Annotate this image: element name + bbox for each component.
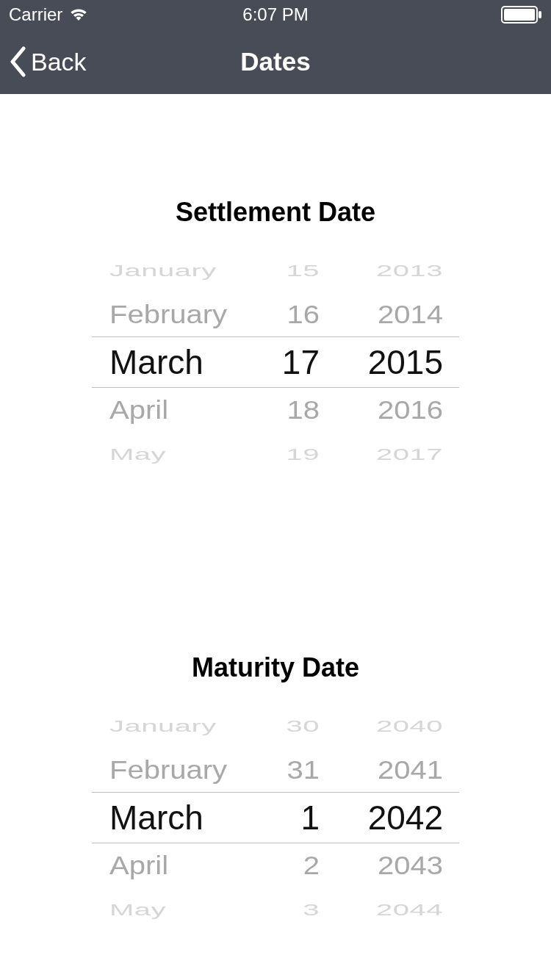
maturity-date-title: Maturity Date — [0, 652, 551, 683]
picker-day[interactable]: 19 — [253, 445, 334, 464]
picker-year-selected[interactable]: 2015 — [334, 342, 459, 382]
svg-rect-1 — [504, 9, 535, 21]
chevron-left-icon — [9, 46, 26, 77]
content: Settlement Date January 15 2013 February… — [0, 94, 551, 932]
picker-row[interactable]: April 2 2043 — [92, 846, 459, 885]
picker-month[interactable]: April — [92, 395, 253, 425]
picker-year[interactable]: 2040 — [334, 717, 459, 735]
picker-year[interactable]: 2016 — [334, 395, 459, 425]
picker-month[interactable]: May — [92, 901, 253, 919]
battery-icon — [501, 6, 542, 24]
settlement-date-section: Settlement Date January 15 2013 February… — [0, 197, 551, 476]
back-label: Back — [31, 48, 87, 76]
picker-row-selected[interactable]: March 17 2015 — [92, 336, 459, 388]
settlement-date-title: Settlement Date — [0, 197, 551, 228]
picker-day[interactable]: 18 — [253, 395, 334, 425]
picker-row[interactable]: January 15 2013 — [92, 259, 459, 283]
picker-year[interactable]: 2017 — [334, 445, 459, 464]
picker-year[interactable]: 2043 — [334, 851, 459, 880]
picker-day[interactable]: 3 — [253, 901, 334, 919]
settlement-date-picker[interactable]: January 15 2013 February 16 2014 March 1… — [92, 248, 459, 476]
picker-year[interactable]: 2041 — [334, 755, 459, 785]
picker-row-selected[interactable]: March 1 2042 — [92, 792, 459, 843]
status-right — [501, 6, 542, 24]
picker-month[interactable]: May — [92, 445, 253, 464]
picker-month[interactable]: February — [92, 300, 253, 329]
picker-day-selected[interactable]: 1 — [253, 798, 334, 837]
nav-bar: Back Dates — [0, 29, 551, 94]
status-time: 6:07 PM — [242, 4, 308, 25]
carrier-label: Carrier — [9, 4, 62, 25]
wifi-icon — [68, 7, 89, 22]
picker-month-selected[interactable]: March — [92, 798, 253, 837]
picker-row[interactable]: April 18 2016 — [92, 391, 459, 430]
picker-row[interactable]: February 16 2014 — [92, 295, 459, 334]
picker-month[interactable]: January — [92, 262, 253, 280]
page-title: Dates — [240, 47, 310, 76]
picker-row[interactable]: May 19 2017 — [92, 442, 459, 466]
picker-row[interactable]: February 31 2041 — [92, 751, 459, 790]
picker-month-selected[interactable]: March — [92, 342, 253, 382]
picker-day[interactable]: 30 — [253, 717, 334, 735]
picker-month[interactable]: February — [92, 755, 253, 785]
status-left: Carrier — [9, 4, 89, 25]
picker-day[interactable]: 31 — [253, 755, 334, 785]
maturity-date-picker[interactable]: January 30 2040 February 31 2041 March 1… — [92, 704, 459, 932]
svg-rect-2 — [539, 11, 541, 18]
picker-year[interactable]: 2013 — [334, 262, 459, 280]
picker-month[interactable]: April — [92, 851, 253, 880]
picker-month[interactable]: January — [92, 717, 253, 735]
picker-day[interactable]: 15 — [253, 262, 334, 280]
picker-day[interactable]: 2 — [253, 851, 334, 880]
back-button[interactable]: Back — [9, 46, 87, 77]
picker-day-selected[interactable]: 17 — [253, 342, 334, 382]
status-bar: Carrier 6:07 PM — [0, 0, 551, 29]
picker-year-selected[interactable]: 2042 — [334, 798, 459, 837]
picker-year[interactable]: 2044 — [334, 901, 459, 919]
picker-year[interactable]: 2014 — [334, 300, 459, 329]
picker-day[interactable]: 16 — [253, 300, 334, 329]
maturity-date-section: Maturity Date January 30 2040 February 3… — [0, 652, 551, 932]
picker-row[interactable]: May 3 2044 — [92, 898, 459, 922]
picker-row[interactable]: January 30 2040 — [92, 714, 459, 738]
